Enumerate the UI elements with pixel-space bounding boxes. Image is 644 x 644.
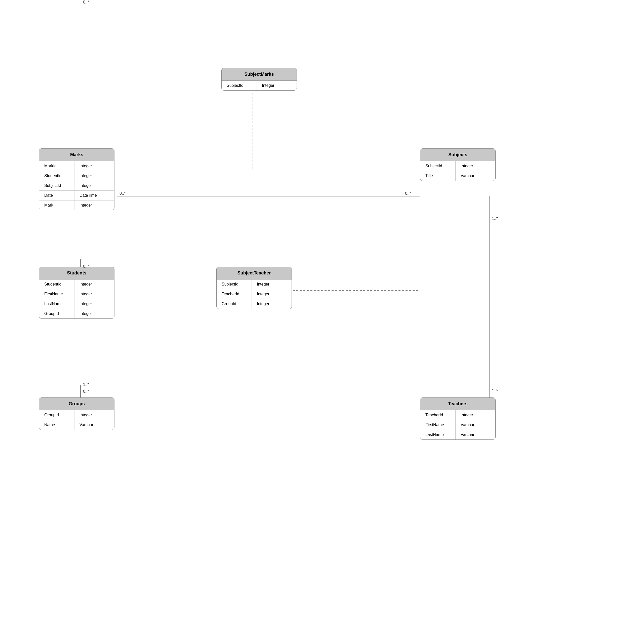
- field-type: Varchar: [456, 171, 491, 181]
- field-type: Integer: [74, 279, 110, 289]
- field-type: DateTime: [74, 191, 110, 200]
- table-marks: Marks MarkId Integer StudentId Integer S…: [39, 148, 114, 210]
- multiplicity-subjects-left: 0..*: [405, 191, 411, 196]
- field-name: MarkId: [39, 161, 74, 171]
- table-row: SubjectId Integer: [217, 279, 292, 289]
- table-row: LastName Integer: [39, 299, 114, 309]
- field-type: Integer: [74, 171, 110, 181]
- field-name: FirstName: [420, 420, 456, 430]
- field-type: Integer: [456, 161, 491, 171]
- multiplicity-groups-top: 0..*: [83, 389, 89, 394]
- table-row: Title Varchar: [420, 171, 495, 181]
- table-groups: Groups GroupId Integer Name Varchar: [39, 397, 114, 430]
- table-teachers: Teachers TeacherId Integer FirstName Var…: [420, 397, 496, 440]
- multiplicity-students-bottom: 1..*: [83, 382, 89, 387]
- table-row: FirstName Integer: [39, 289, 114, 299]
- field-name: StudentId: [39, 171, 74, 181]
- table-row: SubjectId Integer: [39, 181, 114, 191]
- field-type: Integer: [252, 279, 287, 289]
- table-row: Name Varchar: [39, 420, 114, 430]
- table-title-students: Students: [39, 267, 114, 279]
- table-row: Mark Integer: [39, 200, 114, 210]
- field-type: Varchar: [456, 420, 491, 430]
- table-row: GroupId Integer: [39, 410, 114, 420]
- field-type: Varchar: [456, 430, 491, 439]
- table-row: LastName Varchar: [420, 430, 495, 439]
- field-name: TeacherId: [217, 289, 252, 299]
- field-name: GroupId: [39, 309, 74, 318]
- field-type: Varchar: [74, 420, 110, 430]
- table-row: StudentId Integer: [39, 171, 114, 181]
- table-title-marks: Marks: [39, 149, 114, 161]
- field-type: Integer: [74, 289, 110, 299]
- multiplicity-marks-bottom: 0..*: [83, 0, 89, 5]
- field-name: Mark: [39, 200, 74, 210]
- multiplicity-subjects-bottom: 1..*: [492, 216, 498, 221]
- field-name: LastName: [39, 299, 74, 309]
- field-name: FirstName: [39, 289, 74, 299]
- table-row: SubjectId Integer: [222, 81, 297, 90]
- field-type: Integer: [74, 200, 110, 210]
- field-type: Integer: [74, 299, 110, 309]
- field-type: Integer: [74, 161, 110, 171]
- field-type: Integer: [252, 299, 287, 309]
- table-title-subjects: Subjects: [420, 149, 495, 161]
- field-name: Title: [420, 171, 456, 181]
- multiplicity-teachers-top: 1..*: [492, 389, 498, 393]
- table-row: GroupId Integer: [217, 299, 292, 309]
- table-row: SubjectId Integer: [420, 161, 495, 171]
- field-type: Integer: [257, 81, 292, 90]
- field-name: SubjectId: [39, 181, 74, 190]
- table-row: TeacherId Integer: [420, 410, 495, 420]
- table-title-groups: Groups: [39, 398, 114, 410]
- table-row: MarkId Integer: [39, 161, 114, 171]
- field-name: SubjectId: [217, 279, 252, 289]
- field-name: StudentId: [39, 279, 74, 289]
- table-subjects: Subjects SubjectId Integer Title Varchar: [420, 148, 496, 181]
- field-name: Date: [39, 191, 74, 200]
- field-name: TeacherId: [420, 410, 456, 420]
- field-type: Integer: [456, 410, 491, 420]
- field-name: SubjectId: [420, 161, 456, 171]
- table-title-subjectmarks: SubjectMarks: [222, 68, 297, 81]
- field-type: Integer: [74, 410, 110, 420]
- table-students: Students StudentId Integer FirstName Int…: [39, 267, 114, 319]
- table-subjectmarks: SubjectMarks SubjectId Integer: [221, 68, 297, 91]
- diagram-container: SubjectMarks SubjectId Integer Marks Mar…: [0, 0, 644, 644]
- field-type: Integer: [252, 289, 287, 299]
- field-name: SubjectId: [222, 81, 257, 90]
- field-name: LastName: [420, 430, 456, 439]
- field-type: Integer: [74, 181, 110, 190]
- table-row: Date DateTime: [39, 191, 114, 200]
- field-name: GroupId: [39, 410, 74, 420]
- table-row: TeacherId Integer: [217, 289, 292, 299]
- field-name: Name: [39, 420, 74, 430]
- table-title-subjectteacher: SubjectTeacher: [217, 267, 292, 279]
- table-row: FirstName Varchar: [420, 420, 495, 430]
- field-type: Integer: [74, 309, 110, 318]
- table-row: StudentId Integer: [39, 279, 114, 289]
- table-title-teachers: Teachers: [420, 398, 495, 410]
- multiplicity-marks-left: 0..*: [119, 191, 126, 196]
- table-row: GroupId Integer: [39, 309, 114, 318]
- table-subjectteacher: SubjectTeacher SubjectId Integer Teacher…: [216, 267, 292, 309]
- field-name: GroupId: [217, 299, 252, 309]
- multiplicity-students-top: 0..*: [83, 264, 89, 269]
- connector-svg: [0, 0, 644, 644]
